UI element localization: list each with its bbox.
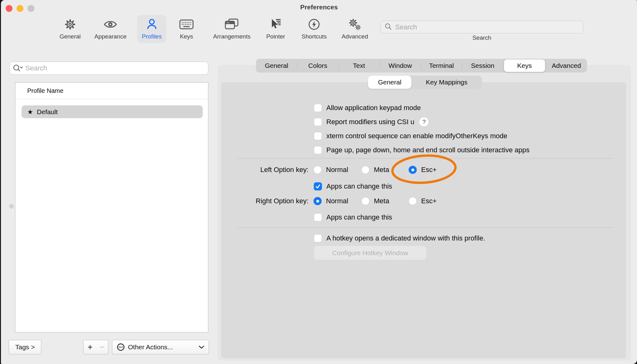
checkbox-row: A hotkey opens a dedicated window with t… xyxy=(314,233,485,244)
toolbar-search-input[interactable] xyxy=(395,23,579,31)
radio-option: Meta xyxy=(361,195,389,207)
eye-icon xyxy=(103,17,118,32)
tab-text[interactable]: Text xyxy=(339,59,380,73)
search-menu-icon xyxy=(13,64,23,72)
subtab-general[interactable]: General xyxy=(368,76,411,89)
lightning-icon xyxy=(308,17,320,32)
star-icon: ★ xyxy=(27,109,33,115)
toolbar-search-label: Search xyxy=(451,34,513,41)
toolbar-label: General xyxy=(59,33,81,40)
cursor-icon xyxy=(269,17,282,32)
toolbar-item-general[interactable]: General xyxy=(55,15,85,43)
toolbar-item-advanced[interactable]: Advanced xyxy=(337,15,373,43)
keys-subtabs: General Key Mappings xyxy=(368,76,482,89)
toolbar-item-pointer[interactable]: Pointer xyxy=(262,15,290,43)
toolbar-item-arrangements[interactable]: Arrangements xyxy=(208,15,255,43)
windows-icon xyxy=(225,17,239,32)
checkbox-row: Page up, page down, home and end scroll … xyxy=(314,144,529,156)
checkbox-label: xterm control sequence can enable modify… xyxy=(326,132,507,140)
radio-label: Meta xyxy=(374,197,389,205)
toolbar-label: Pointer xyxy=(266,33,285,40)
help-button[interactable]: ? xyxy=(419,117,429,127)
person-icon xyxy=(146,17,157,32)
radio-option: Normal xyxy=(313,164,348,175)
other-actions-label: Other Actions... xyxy=(128,343,173,351)
tab-window[interactable]: Window xyxy=(380,59,421,73)
checkbox-modify-other-keys[interactable] xyxy=(314,132,322,140)
radio-right-meta[interactable] xyxy=(361,197,369,205)
checkbox-label: A hotkey opens a dedicated window with t… xyxy=(326,234,485,242)
checkbox-label: Allow application keypad mode xyxy=(326,104,421,112)
splitter-handle[interactable] xyxy=(9,204,14,209)
profile-list: Profile Name ★ Default xyxy=(15,82,208,332)
profile-list-header: Profile Name xyxy=(15,83,208,99)
radio-left-normal[interactable] xyxy=(313,166,322,174)
left-option-key-label: Left Option key: xyxy=(220,164,308,175)
checkbox-right-apps-change[interactable] xyxy=(314,213,322,221)
remove-profile-button[interactable]: − xyxy=(97,340,108,354)
profile-row-default[interactable]: ★ Default xyxy=(22,105,203,118)
checkbox-keypad-mode[interactable] xyxy=(314,104,322,112)
profile-section-tabs: General Colors Text Window Terminal Sess… xyxy=(256,59,587,73)
gear-icon xyxy=(64,17,77,32)
toolbar-label: Keys xyxy=(180,33,193,40)
toolbar-label: Appearance xyxy=(94,33,126,40)
radio-label: Esc+ xyxy=(421,166,437,174)
tab-terminal[interactable]: Terminal xyxy=(421,59,462,73)
radio-option: Normal xyxy=(313,195,348,207)
tab-keys[interactable]: Keys xyxy=(504,59,545,72)
checkbox-hotkey-window[interactable] xyxy=(314,234,322,242)
toolbar-search[interactable] xyxy=(380,21,583,33)
tab-colors[interactable]: Colors xyxy=(297,59,339,73)
divider xyxy=(237,158,613,159)
search-icon xyxy=(385,23,392,32)
toolbar-item-shortcuts[interactable]: Shortcuts xyxy=(297,15,331,43)
profile-search-input[interactable] xyxy=(25,64,205,72)
checkbox-label: Page up, page down, home and end scroll … xyxy=(326,146,529,154)
toolbar-item-appearance[interactable]: Appearance xyxy=(90,15,131,43)
checkbox-row: Allow application keypad mode xyxy=(314,102,421,114)
checkbox-label: Apps can change this xyxy=(326,182,392,190)
radio-option: Esc+ xyxy=(409,164,437,175)
radio-label: Normal xyxy=(326,166,348,174)
checkbox-csi-u[interactable] xyxy=(314,118,322,126)
checkbox-left-apps-change[interactable] xyxy=(314,182,322,190)
divider xyxy=(237,227,613,228)
radio-right-normal[interactable] xyxy=(313,197,322,205)
radio-option: Esc+ xyxy=(409,195,437,207)
gears-icon xyxy=(348,17,362,32)
radio-label: Esc+ xyxy=(421,197,437,205)
radio-label: Normal xyxy=(326,197,348,205)
subtab-key-mappings[interactable]: Key Mappings xyxy=(411,76,482,89)
tags-button[interactable]: Tags > xyxy=(9,340,41,354)
chevron-down-icon xyxy=(199,346,204,349)
toolbar-label: Arrangements xyxy=(213,33,250,40)
checkbox-row: Apps can change this xyxy=(314,212,392,223)
tab-advanced[interactable]: Advanced xyxy=(546,59,587,73)
other-actions-dropdown[interactable]: Other Actions... xyxy=(112,340,209,354)
toolbar-label: Profiles xyxy=(142,33,161,40)
radio-left-meta[interactable] xyxy=(361,166,369,174)
radio-left-esc[interactable] xyxy=(409,166,417,174)
profile-name: Default xyxy=(37,108,58,116)
tab-session[interactable]: Session xyxy=(462,59,503,73)
toolbar-label: Advanced xyxy=(342,33,368,40)
right-option-key-label: Right Option key: xyxy=(220,195,308,207)
keyboard-icon xyxy=(179,17,194,32)
radio-label: Meta xyxy=(374,166,389,174)
tab-general[interactable]: General xyxy=(256,59,297,73)
checkbox-row: xterm control sequence can enable modify… xyxy=(314,130,507,142)
checkbox-row: Apps can change this xyxy=(314,181,392,192)
add-profile-button[interactable]: + xyxy=(83,340,97,354)
ellipsis-circle-icon xyxy=(117,343,125,351)
checkbox-scroll-outside[interactable] xyxy=(314,146,322,154)
checkbox-label: Report modifiers using CSI u xyxy=(326,118,414,126)
toolbar-item-profiles[interactable]: Profiles xyxy=(137,15,166,43)
toolbar-item-keys[interactable]: Keys xyxy=(175,15,198,43)
toolbar-label: Shortcuts xyxy=(302,33,327,40)
preferences-window: Preferences General Appearance Profiles xyxy=(1,0,637,364)
profile-search[interactable] xyxy=(9,62,208,75)
radio-option: Meta xyxy=(361,164,389,175)
window-title: Preferences xyxy=(1,3,637,11)
radio-right-esc[interactable] xyxy=(409,197,417,205)
